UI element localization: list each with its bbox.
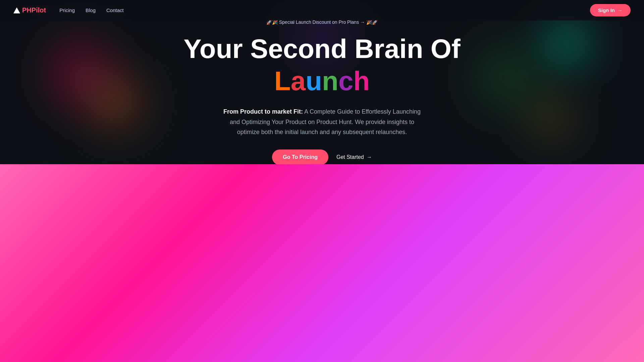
arrow-icon: → — [618, 7, 623, 13]
orb-orange — [74, 60, 158, 144]
launch-letter-l: L — [274, 66, 291, 96]
nav-link-pricing[interactable]: Pricing — [59, 7, 75, 13]
logo-triangle-icon — [13, 7, 20, 13]
nav-link-blog[interactable]: Blog — [86, 7, 96, 13]
launch-letter-n: n — [322, 66, 338, 96]
go-to-pricing-button[interactable]: Go To Pricing — [272, 149, 328, 164]
hero-description: From Product to market Fit: A Complete G… — [221, 107, 423, 137]
nav-links: Pricing Blog Contact — [59, 7, 590, 13]
launch-letter-a: a — [291, 66, 306, 96]
launch-letter-c: c — [338, 66, 354, 96]
orb-pink — [34, 27, 127, 121]
logo[interactable]: PHPilot — [13, 6, 46, 14]
navbar: PHPilot Pricing Blog Contact Sign In → — [0, 0, 644, 20]
launch-letter-h: h — [353, 66, 370, 96]
hero-section: 🚀🎉 Special Launch Discount on Pro Plans … — [0, 0, 644, 164]
pink-gradient-section — [0, 164, 644, 362]
get-started-button[interactable]: Get Started → — [336, 154, 372, 160]
orb-green — [463, 34, 550, 121]
hero-title-line1: Your Second Brain Of — [183, 34, 460, 64]
hero-title: Your Second Brain Of Launch — [183, 34, 460, 97]
logo-text: PHPilot — [22, 6, 46, 14]
sign-in-button[interactable]: Sign In → — [590, 4, 631, 16]
orb-olive — [517, 84, 584, 151]
arrow-icon: → — [367, 154, 372, 160]
cta-row: Go To Pricing Get Started → — [272, 149, 372, 164]
nav-link-contact[interactable]: Contact — [106, 7, 124, 13]
launch-letter-u: u — [306, 66, 322, 96]
get-started-label: Get Started — [336, 154, 364, 160]
hero-desc-bold: From Product to market Fit: — [223, 108, 303, 115]
hero-title-line2: Launch — [183, 65, 460, 97]
